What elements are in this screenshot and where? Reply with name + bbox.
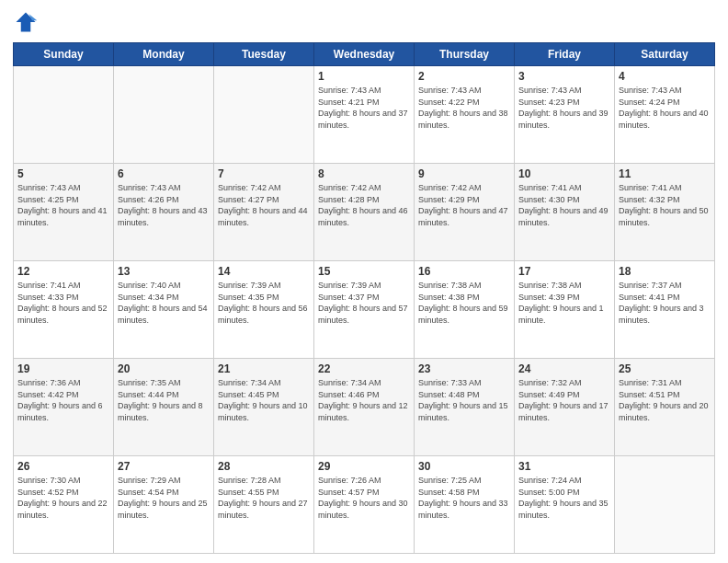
day-cell-20: 20Sunrise: 7:35 AM Sunset: 4:44 PM Dayli…	[114, 359, 214, 456]
day-info: Sunrise: 7:35 AM Sunset: 4:44 PM Dayligh…	[118, 377, 210, 423]
day-cell-1: 1Sunrise: 7:43 AM Sunset: 4:21 PM Daylig…	[314, 66, 415, 164]
day-info: Sunrise: 7:30 AM Sunset: 4:52 PM Dayligh…	[17, 475, 109, 521]
empty-cell	[114, 66, 214, 164]
day-info: Sunrise: 7:43 AM Sunset: 4:22 PM Dayligh…	[418, 85, 510, 131]
day-info: Sunrise: 7:28 AM Sunset: 4:55 PM Dayligh…	[218, 475, 310, 521]
day-cell-3: 3Sunrise: 7:43 AM Sunset: 4:23 PM Daylig…	[515, 66, 615, 164]
day-cell-28: 28Sunrise: 7:28 AM Sunset: 4:55 PM Dayli…	[214, 456, 314, 554]
day-number: 31	[518, 460, 610, 473]
day-info: Sunrise: 7:31 AM Sunset: 4:51 PM Dayligh…	[619, 377, 711, 423]
day-number: 15	[318, 265, 410, 278]
day-info: Sunrise: 7:26 AM Sunset: 4:57 PM Dayligh…	[318, 475, 410, 521]
day-number: 18	[619, 265, 711, 278]
day-number: 29	[318, 460, 410, 473]
day-info: Sunrise: 7:36 AM Sunset: 4:42 PM Dayligh…	[17, 377, 109, 423]
day-info: Sunrise: 7:39 AM Sunset: 4:35 PM Dayligh…	[218, 280, 310, 326]
day-number: 19	[17, 362, 109, 375]
day-cell-27: 27Sunrise: 7:29 AM Sunset: 4:54 PM Dayli…	[114, 456, 214, 554]
week-row-1: 1Sunrise: 7:43 AM Sunset: 4:21 PM Daylig…	[14, 66, 715, 164]
day-number: 17	[518, 265, 610, 278]
day-cell-14: 14Sunrise: 7:39 AM Sunset: 4:35 PM Dayli…	[214, 261, 314, 359]
day-number: 25	[619, 362, 711, 375]
empty-cell	[14, 66, 114, 164]
col-header-saturday: Saturday	[615, 43, 715, 66]
week-row-4: 19Sunrise: 7:36 AM Sunset: 4:42 PM Dayli…	[14, 359, 715, 456]
day-number: 21	[218, 362, 310, 375]
day-number: 2	[418, 70, 510, 83]
day-number: 11	[619, 167, 711, 180]
day-cell-12: 12Sunrise: 7:41 AM Sunset: 4:33 PM Dayli…	[14, 261, 114, 359]
day-cell-31: 31Sunrise: 7:24 AM Sunset: 5:00 PM Dayli…	[515, 456, 615, 554]
day-info: Sunrise: 7:41 AM Sunset: 4:33 PM Dayligh…	[17, 280, 109, 326]
day-cell-29: 29Sunrise: 7:26 AM Sunset: 4:57 PM Dayli…	[314, 456, 415, 554]
day-info: Sunrise: 7:42 AM Sunset: 4:28 PM Dayligh…	[318, 182, 410, 228]
day-number: 28	[218, 460, 310, 473]
day-info: Sunrise: 7:41 AM Sunset: 4:32 PM Dayligh…	[619, 182, 711, 228]
day-cell-26: 26Sunrise: 7:30 AM Sunset: 4:52 PM Dayli…	[14, 456, 114, 554]
day-cell-11: 11Sunrise: 7:41 AM Sunset: 4:32 PM Dayli…	[615, 164, 715, 261]
header	[13, 9, 715, 35]
day-cell-7: 7Sunrise: 7:42 AM Sunset: 4:27 PM Daylig…	[214, 164, 314, 261]
day-info: Sunrise: 7:38 AM Sunset: 4:39 PM Dayligh…	[518, 280, 610, 326]
day-cell-6: 6Sunrise: 7:43 AM Sunset: 4:26 PM Daylig…	[114, 164, 214, 261]
empty-cell	[214, 66, 314, 164]
day-cell-5: 5Sunrise: 7:43 AM Sunset: 4:25 PM Daylig…	[14, 164, 114, 261]
day-number: 23	[418, 362, 510, 375]
day-cell-25: 25Sunrise: 7:31 AM Sunset: 4:51 PM Dayli…	[615, 359, 715, 456]
day-info: Sunrise: 7:43 AM Sunset: 4:26 PM Dayligh…	[118, 182, 210, 228]
day-info: Sunrise: 7:42 AM Sunset: 4:29 PM Dayligh…	[418, 182, 510, 228]
day-info: Sunrise: 7:37 AM Sunset: 4:41 PM Dayligh…	[619, 280, 711, 326]
week-row-3: 12Sunrise: 7:41 AM Sunset: 4:33 PM Dayli…	[14, 261, 715, 359]
day-number: 24	[518, 362, 610, 375]
day-info: Sunrise: 7:34 AM Sunset: 4:45 PM Dayligh…	[218, 377, 310, 423]
col-header-wednesday: Wednesday	[314, 43, 415, 66]
day-cell-22: 22Sunrise: 7:34 AM Sunset: 4:46 PM Dayli…	[314, 359, 415, 456]
day-cell-8: 8Sunrise: 7:42 AM Sunset: 4:28 PM Daylig…	[314, 164, 415, 261]
col-header-sunday: Sunday	[14, 43, 114, 66]
col-header-friday: Friday	[515, 43, 615, 66]
day-number: 22	[318, 362, 410, 375]
days-header-row: SundayMondayTuesdayWednesdayThursdayFrid…	[14, 43, 715, 66]
day-number: 27	[118, 460, 210, 473]
day-info: Sunrise: 7:40 AM Sunset: 4:34 PM Dayligh…	[118, 280, 210, 326]
day-number: 3	[518, 70, 610, 83]
empty-cell	[615, 456, 715, 554]
day-info: Sunrise: 7:41 AM Sunset: 4:30 PM Dayligh…	[518, 182, 610, 228]
day-cell-10: 10Sunrise: 7:41 AM Sunset: 4:30 PM Dayli…	[515, 164, 615, 261]
day-number: 1	[318, 70, 410, 83]
day-info: Sunrise: 7:33 AM Sunset: 4:48 PM Dayligh…	[418, 377, 510, 423]
day-number: 9	[418, 167, 510, 180]
day-cell-18: 18Sunrise: 7:37 AM Sunset: 4:41 PM Dayli…	[615, 261, 715, 359]
day-number: 13	[118, 265, 210, 278]
day-info: Sunrise: 7:39 AM Sunset: 4:37 PM Dayligh…	[318, 280, 410, 326]
day-cell-2: 2Sunrise: 7:43 AM Sunset: 4:22 PM Daylig…	[415, 66, 515, 164]
day-info: Sunrise: 7:43 AM Sunset: 4:23 PM Dayligh…	[518, 85, 610, 131]
day-info: Sunrise: 7:24 AM Sunset: 5:00 PM Dayligh…	[518, 475, 610, 521]
day-number: 4	[619, 70, 711, 83]
day-cell-15: 15Sunrise: 7:39 AM Sunset: 4:37 PM Dayli…	[314, 261, 415, 359]
col-header-tuesday: Tuesday	[214, 43, 314, 66]
day-number: 14	[218, 265, 310, 278]
day-cell-30: 30Sunrise: 7:25 AM Sunset: 4:58 PM Dayli…	[415, 456, 515, 554]
day-info: Sunrise: 7:42 AM Sunset: 4:27 PM Dayligh…	[218, 182, 310, 228]
day-info: Sunrise: 7:29 AM Sunset: 4:54 PM Dayligh…	[118, 475, 210, 521]
day-info: Sunrise: 7:43 AM Sunset: 4:24 PM Dayligh…	[619, 85, 711, 131]
calendar-table: SundayMondayTuesdayWednesdayThursdayFrid…	[13, 42, 715, 554]
col-header-thursday: Thursday	[415, 43, 515, 66]
day-info: Sunrise: 7:43 AM Sunset: 4:25 PM Dayligh…	[17, 182, 109, 228]
svg-marker-0	[17, 13, 36, 32]
page: SundayMondayTuesdayWednesdayThursdayFrid…	[0, 0, 728, 563]
logo-icon	[13, 9, 39, 35]
day-info: Sunrise: 7:25 AM Sunset: 4:58 PM Dayligh…	[418, 475, 510, 521]
day-number: 16	[418, 265, 510, 278]
day-number: 20	[118, 362, 210, 375]
day-info: Sunrise: 7:43 AM Sunset: 4:21 PM Dayligh…	[318, 85, 410, 131]
day-cell-23: 23Sunrise: 7:33 AM Sunset: 4:48 PM Dayli…	[415, 359, 515, 456]
day-number: 12	[17, 265, 109, 278]
logo	[13, 9, 42, 35]
day-number: 5	[17, 167, 109, 180]
day-info: Sunrise: 7:34 AM Sunset: 4:46 PM Dayligh…	[318, 377, 410, 423]
day-cell-17: 17Sunrise: 7:38 AM Sunset: 4:39 PM Dayli…	[515, 261, 615, 359]
day-cell-24: 24Sunrise: 7:32 AM Sunset: 4:49 PM Dayli…	[515, 359, 615, 456]
day-info: Sunrise: 7:32 AM Sunset: 4:49 PM Dayligh…	[518, 377, 610, 423]
